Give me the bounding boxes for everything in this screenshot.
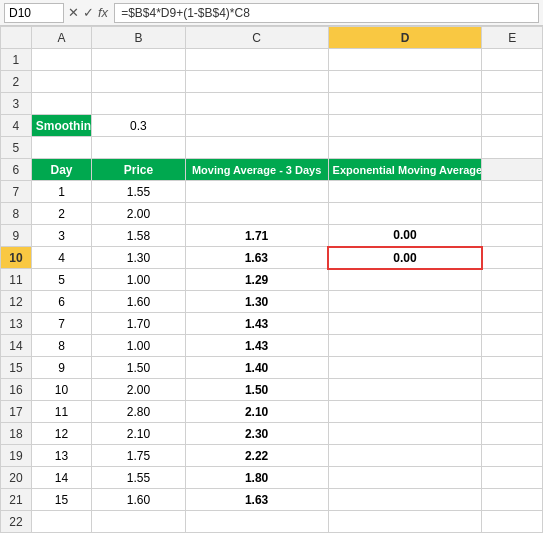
cell-b2[interactable] xyxy=(92,71,185,93)
cell-c18[interactable]: 2.30 xyxy=(185,423,328,445)
cancel-icon[interactable]: ✕ xyxy=(68,5,79,20)
cell-a3[interactable] xyxy=(31,93,91,115)
cell-e22[interactable] xyxy=(482,511,543,533)
cell-a5[interactable] xyxy=(31,137,91,159)
cell-d20[interactable] xyxy=(328,467,482,489)
cell-b11[interactable]: 1.00 xyxy=(92,269,185,291)
cell-b18[interactable]: 2.10 xyxy=(92,423,185,445)
cell-e19[interactable] xyxy=(482,445,543,467)
cell-e21[interactable] xyxy=(482,489,543,511)
cell-c22[interactable] xyxy=(185,511,328,533)
cell-d4[interactable] xyxy=(328,115,482,137)
cell-d14[interactable] xyxy=(328,335,482,357)
cell-b3[interactable] xyxy=(92,93,185,115)
cell-e20[interactable] xyxy=(482,467,543,489)
cell-c1[interactable] xyxy=(185,49,328,71)
cell-b10[interactable]: 1.30 xyxy=(92,247,185,269)
cell-b7[interactable]: 1.55 xyxy=(92,181,185,203)
cell-b12[interactable]: 1.60 xyxy=(92,291,185,313)
cell-a15[interactable]: 9 xyxy=(31,357,91,379)
cell-d1[interactable] xyxy=(328,49,482,71)
col-header-b[interactable]: B xyxy=(92,27,185,49)
col-header-e[interactable]: E xyxy=(482,27,543,49)
cell-a2[interactable] xyxy=(31,71,91,93)
cell-c12[interactable]: 1.30 xyxy=(185,291,328,313)
cell-a10[interactable]: 4 xyxy=(31,247,91,269)
cell-c5[interactable] xyxy=(185,137,328,159)
cell-c2[interactable] xyxy=(185,71,328,93)
formula-input[interactable] xyxy=(114,3,539,23)
cell-b20[interactable]: 1.55 xyxy=(92,467,185,489)
cell-d7[interactable] xyxy=(328,181,482,203)
cell-e1[interactable] xyxy=(482,49,543,71)
cell-d12[interactable] xyxy=(328,291,482,313)
cell-c21[interactable]: 1.63 xyxy=(185,489,328,511)
cell-e8[interactable] xyxy=(482,203,543,225)
cell-e9[interactable] xyxy=(482,225,543,247)
cell-d9[interactable]: 0.00 xyxy=(328,225,482,247)
cell-d11[interactable] xyxy=(328,269,482,291)
cell-e17[interactable] xyxy=(482,401,543,423)
cell-a1[interactable] xyxy=(31,49,91,71)
cell-b8[interactable]: 2.00 xyxy=(92,203,185,225)
cell-d10[interactable]: 0.00 xyxy=(328,247,482,269)
cell-c10[interactable]: 1.63 xyxy=(185,247,328,269)
cell-e7[interactable] xyxy=(482,181,543,203)
cell-c9[interactable]: 1.71 xyxy=(185,225,328,247)
confirm-icon[interactable]: ✓ xyxy=(83,5,94,20)
cell-c16[interactable]: 1.50 xyxy=(185,379,328,401)
cell-e13[interactable] xyxy=(482,313,543,335)
cell-e10[interactable] xyxy=(482,247,543,269)
cell-b21[interactable]: 1.60 xyxy=(92,489,185,511)
cell-e14[interactable] xyxy=(482,335,543,357)
cell-a19[interactable]: 13 xyxy=(31,445,91,467)
cell-c11[interactable]: 1.29 xyxy=(185,269,328,291)
cell-e18[interactable] xyxy=(482,423,543,445)
cell-b14[interactable]: 1.00 xyxy=(92,335,185,357)
cell-a8[interactable]: 2 xyxy=(31,203,91,225)
cell-c14[interactable]: 1.43 xyxy=(185,335,328,357)
cell-d21[interactable] xyxy=(328,489,482,511)
cell-e12[interactable] xyxy=(482,291,543,313)
cell-e16[interactable] xyxy=(482,379,543,401)
cell-d22[interactable] xyxy=(328,511,482,533)
cell-b9[interactable]: 1.58 xyxy=(92,225,185,247)
cell-c15[interactable]: 1.40 xyxy=(185,357,328,379)
cell-d13[interactable] xyxy=(328,313,482,335)
cell-a16[interactable]: 10 xyxy=(31,379,91,401)
cell-d2[interactable] xyxy=(328,71,482,93)
fx-icon[interactable]: fx xyxy=(98,5,108,20)
cell-b13[interactable]: 1.70 xyxy=(92,313,185,335)
cell-a9[interactable]: 3 xyxy=(31,225,91,247)
cell-b16[interactable]: 2.00 xyxy=(92,379,185,401)
col-header-a[interactable]: A xyxy=(31,27,91,49)
cell-a22[interactable] xyxy=(31,511,91,533)
cell-c7[interactable] xyxy=(185,181,328,203)
cell-a13[interactable]: 7 xyxy=(31,313,91,335)
cell-d8[interactable] xyxy=(328,203,482,225)
cell-b5[interactable] xyxy=(92,137,185,159)
cell-b19[interactable]: 1.75 xyxy=(92,445,185,467)
cell-reference-box[interactable] xyxy=(4,3,64,23)
cell-e5[interactable] xyxy=(482,137,543,159)
col-header-c[interactable]: C xyxy=(185,27,328,49)
cell-a17[interactable]: 11 xyxy=(31,401,91,423)
cell-e3[interactable] xyxy=(482,93,543,115)
cell-e15[interactable] xyxy=(482,357,543,379)
smoothing-value[interactable]: 0.3 xyxy=(92,115,185,137)
cell-c3[interactable] xyxy=(185,93,328,115)
col-header-d[interactable]: D xyxy=(328,27,482,49)
smoothing-label[interactable]: Smoothing xyxy=(31,115,91,137)
cell-e11[interactable] xyxy=(482,269,543,291)
cell-d16[interactable] xyxy=(328,379,482,401)
cell-e4[interactable] xyxy=(482,115,543,137)
cell-c8[interactable] xyxy=(185,203,328,225)
cell-d3[interactable] xyxy=(328,93,482,115)
cell-a11[interactable]: 5 xyxy=(31,269,91,291)
cell-a18[interactable]: 12 xyxy=(31,423,91,445)
cell-d17[interactable] xyxy=(328,401,482,423)
cell-a14[interactable]: 8 xyxy=(31,335,91,357)
cell-c20[interactable]: 1.80 xyxy=(185,467,328,489)
cell-e2[interactable] xyxy=(482,71,543,93)
cell-b15[interactable]: 1.50 xyxy=(92,357,185,379)
